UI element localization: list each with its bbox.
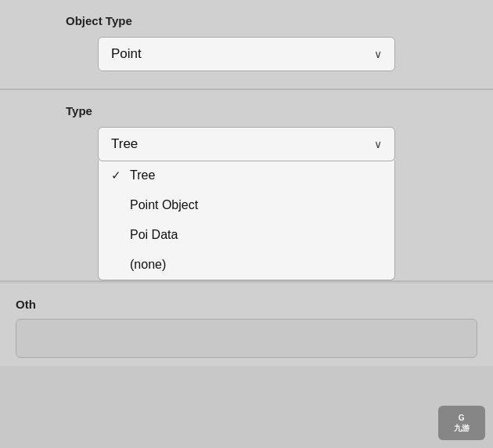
- object-type-selected-value: Point: [111, 46, 142, 62]
- type-option-tree[interactable]: ✓ Tree: [99, 161, 394, 190]
- type-dropdown[interactable]: Tree ∨: [98, 127, 395, 161]
- object-type-label: Object Type: [16, 14, 477, 27]
- type-option-none[interactable]: (none): [99, 250, 394, 280]
- object-type-section: Object Type Point ∨: [0, 0, 493, 90]
- type-dropdown-container: Tree ∨ ✓ Tree Point Object Poi Data (non…: [16, 127, 477, 280]
- other-label: Oth: [16, 298, 477, 311]
- type-section: Type Tree ∨ ✓ Tree Point Object Poi Data…: [0, 90, 493, 282]
- check-icon-tree: ✓: [111, 168, 125, 182]
- chevron-down-icon-type: ∨: [374, 138, 382, 150]
- other-section: Oth: [0, 284, 493, 366]
- type-option-poi-data-label: Poi Data: [130, 228, 178, 242]
- watermark-text: G 九游: [454, 413, 470, 433]
- type-option-point-object-label: Point Object: [130, 198, 198, 212]
- watermark-site: 九游: [454, 423, 470, 433]
- object-type-dropdown-wrapper: Point ∨: [16, 37, 477, 71]
- chevron-down-icon: ∨: [374, 48, 382, 60]
- watermark: G 九游: [438, 406, 485, 440]
- type-dropdown-menu: ✓ Tree Point Object Poi Data (none): [98, 161, 395, 280]
- type-option-poi-data[interactable]: Poi Data: [99, 220, 394, 250]
- type-option-tree-label: Tree: [130, 168, 155, 182]
- type-selected-value: Tree: [111, 136, 138, 152]
- object-type-dropdown[interactable]: Point ∨: [98, 37, 395, 71]
- type-option-none-label: (none): [130, 258, 166, 272]
- type-option-point-object[interactable]: Point Object: [99, 190, 394, 220]
- watermark-symbol: G: [454, 413, 470, 423]
- type-label: Type: [16, 104, 477, 117]
- other-content: [16, 319, 477, 358]
